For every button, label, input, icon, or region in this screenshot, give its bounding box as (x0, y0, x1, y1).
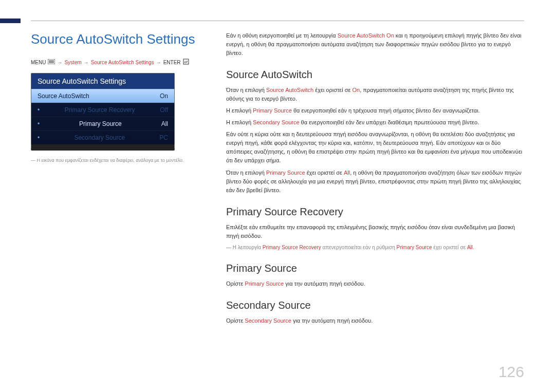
row-label: Source AutoSwitch (38, 92, 89, 100)
settings-row-secondary: Secondary Source PC (31, 130, 174, 144)
heading-secondary: Secondary Source (226, 300, 524, 311)
breadcrumb-menu: MENU (31, 60, 46, 65)
heading-primary: Primary Source (226, 263, 524, 274)
settings-preview-header: Source AutoSwitch Settings (31, 73, 174, 89)
arrow-icon: → (156, 60, 161, 65)
note-recovery: Η λειτουργία Primary Source Recovery απε… (226, 244, 524, 252)
page-title: Source AutoSwitch Settings (31, 31, 206, 47)
row-label: Secondary Source (74, 134, 125, 141)
settings-preview: Source AutoSwitch Settings Source AutoSw… (31, 73, 175, 151)
breadcrumb-item: Source AutoSwitch Settings (91, 60, 154, 65)
row-label: Primary Source Recovery (65, 106, 135, 114)
settings-row-autoswitch: Source AutoSwitch On (31, 89, 174, 103)
content-body: Εάν η οθόνη ενεργοποιηθεί με τη λειτουργ… (226, 31, 524, 328)
arrow-icon: → (84, 60, 89, 65)
page-number: 126 (498, 363, 524, 381)
row-value: Off (160, 106, 168, 114)
breadcrumb-system: System (64, 60, 81, 65)
para-primary: Ορίστε Primary Source για την αυτόματη π… (226, 279, 524, 288)
enter-icon (183, 59, 189, 66)
para-secondary: Ορίστε Secondary Source για την αυτόματη… (226, 316, 524, 325)
intro-paragraph: Εάν η οθόνη ενεργοποιηθεί με τη λειτουργ… (226, 31, 524, 58)
row-value: PC (159, 134, 168, 141)
svg-rect-4 (183, 59, 189, 64)
heading-recovery: Primary Source Recovery (226, 206, 524, 218)
para-autoswitch-3: Η επιλογή Secondary Source θα ενεργοποιη… (226, 118, 524, 127)
para-autoswitch-1: Όταν η επιλογή Source AutoSwitch έχει ορ… (226, 86, 524, 103)
row-value: On (160, 92, 168, 100)
row-value: All (161, 120, 168, 127)
settings-row-primary: Primary Source All (31, 117, 174, 130)
heading-autoswitch: Source AutoSwitch (226, 69, 524, 81)
para-autoswitch-2: Η επιλογή Primary Source θα ενεργοποιηθε… (226, 106, 524, 115)
row-label: Primary Source (79, 120, 122, 127)
breadcrumb: MENU → System → Source AutoSwitch Settin… (31, 59, 206, 66)
menu-icon (48, 59, 55, 65)
para-recovery: Επιλέξτε εάν επιθυμείτε την επαναφορά τη… (226, 223, 524, 240)
settings-row-recovery: Primary Source Recovery Off (31, 103, 174, 117)
para-autoswitch-5: Όταν η επιλογή Primary Source έχει οριστ… (226, 169, 524, 195)
image-disclaimer: Η εικόνα που εμφανίζεται ενδέχεται να δι… (31, 158, 206, 163)
breadcrumb-enter: ENTER (163, 60, 181, 65)
para-autoswitch-4: Εάν ούτε η κύρια ούτε και η δευτερεύουσα… (226, 130, 524, 165)
arrow-icon: → (57, 60, 62, 65)
